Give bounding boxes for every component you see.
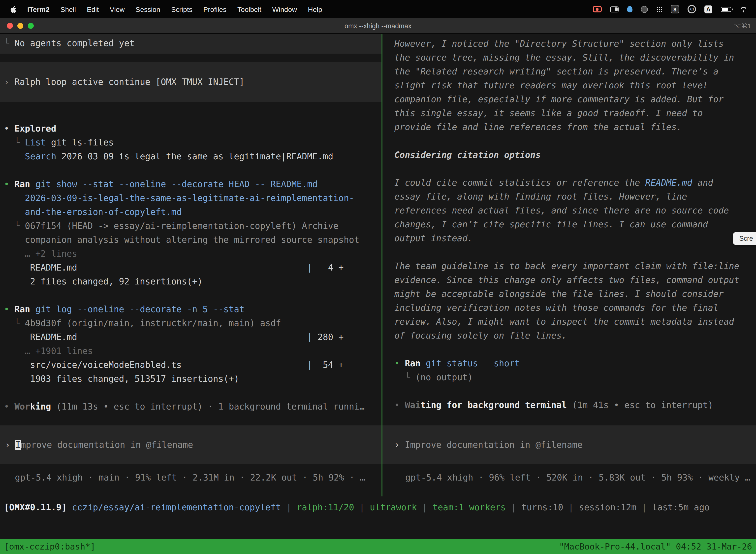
text-segment: 2026-03-09-is-legal-the-same-as-legitima… <box>56 151 333 161</box>
text-segment: Wor <box>14 402 30 411</box>
text-segment: › <box>394 440 405 450</box>
text-segment: ting for background terminal <box>421 400 567 410</box>
text-segment: evidence. Since this change only affects… <box>394 275 739 285</box>
text-segment: Ralph loop active continue [OMX_TMUX_INJ… <box>14 77 244 87</box>
menu-shell[interactable]: Shell <box>55 5 81 13</box>
text-segment: 2 files changed, 92 insertions(+) <box>4 277 203 286</box>
text-segment: git show --stat --oneline --decorate HEA… <box>35 179 317 189</box>
terminal-line: Considering citation options <box>394 148 756 162</box>
text-segment: git log --oneline --decorate -n 5 --stat <box>35 304 244 314</box>
terminal-line: evidence. Since this change only affects… <box>394 273 756 287</box>
tmux-status-bar: [omx-cczip0:bash*] "MacBook-Pro-44.local… <box>0 539 756 554</box>
menu-scripts[interactable]: Scripts <box>166 5 198 13</box>
menu-help[interactable]: Help <box>302 5 328 13</box>
menu-view[interactable]: View <box>104 5 130 13</box>
battery-gauge-icon[interactable]: .61 <box>688 5 696 13</box>
terminal-line: the source tree, missing the essay. Stil… <box>394 51 756 64</box>
text-segment: session:12m <box>579 502 636 512</box>
battery-icon[interactable] <box>721 7 731 12</box>
text-segment: of focusing solely on file lines. <box>394 331 567 340</box>
menu-bar-left: iTerm2ShellEditViewSessionScriptsProfile… <box>5 5 328 13</box>
droplet-icon[interactable] <box>627 6 632 12</box>
text-segment: • <box>4 304 14 314</box>
apple-menu-icon[interactable] <box>5 5 22 13</box>
menu-bar-status-icons: 8.61A <box>593 5 751 13</box>
terminal-line: 2026-03-09-is-legal-the-same-as-legitima… <box>4 191 381 205</box>
text-segment: No agents completed yet <box>14 38 135 48</box>
right-input-box[interactable]: › Improve documentation in @filename <box>382 426 756 464</box>
left-status-line: gpt-5.4 xhigh · main · 91% left · 2.31M … <box>15 473 365 483</box>
text-segment: | <box>636 502 652 512</box>
minimize-window-button[interactable] <box>17 23 23 29</box>
text-segment: team:1 workers <box>433 502 506 512</box>
text-segment: | <box>506 502 521 512</box>
terminal-line: • Working (11m 13s • esc to interrupt) ·… <box>4 400 381 413</box>
text-segment: mprove documentation in @filename <box>20 440 193 450</box>
wifi-icon[interactable] <box>740 6 747 12</box>
menu-session[interactable]: Session <box>130 5 166 13</box>
terminal-line: might be acceptable alongside the file l… <box>394 287 756 301</box>
text-segment: 4b9d30f (origin/main, instructkr/main, m… <box>25 318 281 328</box>
right-input-line[interactable]: › Improve documentation in @filename <box>394 438 583 452</box>
left-input-box[interactable]: › Improve documentation in @filename <box>0 426 381 464</box>
text-segment: Ran <box>14 179 30 189</box>
menu-iterm2[interactable]: iTerm2 <box>22 5 55 13</box>
menu-profiles[interactable]: Profiles <box>198 5 232 13</box>
menu-window[interactable]: Window <box>267 5 303 13</box>
tmux-session-window[interactable]: [omx-cczip0:bash*] <box>4 539 95 554</box>
text-segment: └ <box>4 38 14 48</box>
text-segment: git status --short <box>426 358 520 368</box>
keypad-8-icon[interactable]: 8 <box>671 5 679 13</box>
text-segment: README.md | 4 + <box>4 263 344 273</box>
shield-icon[interactable] <box>641 6 648 13</box>
text-segment: I could cite commit statistics or refere… <box>394 178 645 188</box>
screen-popup-button[interactable]: Scre <box>733 232 756 245</box>
text-segment: the "Related research writing" section i… <box>394 66 718 76</box>
text-segment: Ran <box>14 304 30 314</box>
text-segment: └ <box>4 137 25 148</box>
terminal-line: • Waiting for background terminal (1m 41… <box>394 398 756 412</box>
text-segment: and-the-erosion-of-copyleft.md <box>25 207 182 217</box>
terminal-line: output instead. <box>394 231 756 245</box>
stage-manager-icon[interactable] <box>610 6 619 12</box>
right-pane: However, I noticed the "Directory Struct… <box>382 34 756 496</box>
terminal-line: provide file and line references from th… <box>394 120 756 134</box>
terminal-line: • Ran git log --oneline --decorate -n 5 … <box>4 302 381 316</box>
tmux-host-clock: "MacBook-Pro-44.local" 04:52 31-Mar-26 <box>559 539 752 554</box>
text-segment: companion file, especially if more comme… <box>394 94 724 104</box>
text-segment: output instead. <box>394 233 473 243</box>
text-segment: Wai <box>405 400 421 410</box>
text-segment: › <box>5 440 15 450</box>
text-segment: references need actual files, and since … <box>394 206 729 215</box>
text-segment: The team guideline is to back every impo… <box>394 261 739 271</box>
text-segment: this single essay, it seems like a good … <box>394 108 703 118</box>
close-window-button[interactable] <box>7 23 13 29</box>
terminal-line: I could cite commit statistics or refere… <box>394 176 756 189</box>
text-segment <box>30 304 35 314</box>
text-segment: 1903 files changed, 513517 insertions(+) <box>4 374 239 384</box>
terminal-line: README.md | 280 + <box>4 330 381 344</box>
window-shortcut: ⌥⌘1 <box>734 22 751 30</box>
text-segment: the source tree, missing the essay. Stil… <box>394 53 734 63</box>
apps-grid-icon[interactable] <box>656 6 662 12</box>
terminal-line: changes, I can’t cite specific file line… <box>394 217 756 231</box>
screen-recording-icon[interactable] <box>593 6 602 12</box>
input-source-icon[interactable]: A <box>704 5 712 13</box>
terminal-line: Search 2026-03-09-is-legal-the-same-as-l… <box>4 150 381 163</box>
menu-edit[interactable]: Edit <box>81 5 104 13</box>
text-segment: cczip/essay/ai-reimplementation-copyleft <box>72 502 281 512</box>
text-segment: | <box>563 502 579 512</box>
text-segment: might be acceptable alongside the file l… <box>394 289 724 299</box>
terminal-line: README.md | 4 + <box>4 261 381 275</box>
text-segment: (11m 13s • esc to interrupt) · 1 backgro… <box>51 402 365 411</box>
zoom-window-button[interactable] <box>28 23 34 29</box>
terminal-line: references need actual files, and since … <box>394 204 756 217</box>
text-segment: › <box>4 77 14 87</box>
menu-toolbelt[interactable]: Toolbelt <box>232 5 267 13</box>
window-title-bar[interactable]: omx --xhigh --madmax ⌥⌘1 <box>0 18 756 34</box>
left-input-line[interactable]: › Improve documentation in @filename <box>5 438 193 452</box>
text-segment: (1m 41s • esc to interrupt) <box>567 400 713 410</box>
text-segment: git ls-files <box>46 137 114 148</box>
text-segment: └ <box>4 221 25 231</box>
text-segment: (no output) <box>415 372 473 382</box>
